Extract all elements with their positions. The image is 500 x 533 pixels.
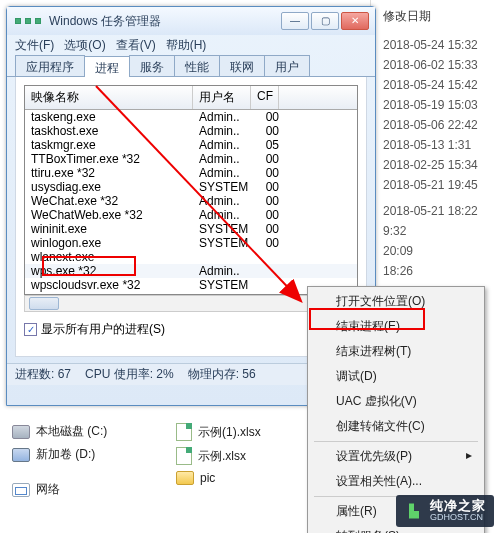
disk-icon [12,425,30,439]
watermark-url: GDHOST.CN [430,513,486,523]
tab-performance[interactable]: 性能 [174,55,220,76]
network-icon [12,483,30,497]
ctx-set-affinity[interactable]: 设置相关性(A)... [310,469,482,494]
table-row[interactable]: taskmgr.exeAdmin..05 [25,138,357,152]
ctx-set-priority[interactable]: 设置优先级(P)▸ [310,444,482,469]
ctx-open-file-location[interactable]: 打开文件位置(O) [310,289,482,314]
maximize-button[interactable]: ▢ [311,12,339,30]
app-icon [13,18,43,24]
table-row[interactable]: wps.exe *32Admin.. [25,264,357,278]
file-date[interactable]: 9:32 [379,221,492,241]
file-date[interactable]: 2018-05-06 22:42 [379,115,492,135]
watermark: 纯净之家 GDHOST.CN [396,495,494,527]
menu-options[interactable]: 选项(O) [64,37,105,54]
grid-rows: taskeng.exeAdmin..00taskhost.exeAdmin..0… [25,110,357,292]
status-memory: 物理内存: 56 [188,366,256,383]
folder-icon [176,471,194,485]
status-processes: 进程数: 67 [15,366,71,383]
col-image-name[interactable]: 映像名称 [25,86,193,109]
disk-icon [12,448,30,462]
xlsx-icon [176,423,192,441]
table-row[interactable]: WeChat.exe *32Admin..00 [25,194,357,208]
file-item[interactable]: 示例.xlsx [172,444,265,468]
tab-applications[interactable]: 应用程序 [15,55,85,76]
table-row[interactable]: wlanext.exe [25,250,357,264]
file-item[interactable]: 示例(1).xlsx [172,420,265,444]
folder-item[interactable]: pic [172,468,265,488]
table-row[interactable]: TTBoxTimer.exe *32Admin..00 [25,152,357,166]
table-row[interactable]: usysdiag.exeSYSTEM00 [25,180,357,194]
file-date[interactable]: 2018-05-24 15:32 [379,35,492,55]
col-user[interactable]: 用户名 [193,86,251,109]
watermark-title: 纯净之家 [430,499,486,513]
scroll-thumb[interactable] [29,297,59,310]
grid-header: 映像名称 用户名 CF [25,86,357,110]
menu-help[interactable]: 帮助(H) [166,37,207,54]
show-all-users-label[interactable]: 显示所有用户的进程(S) [41,321,165,338]
titlebar[interactable]: Windows 任务管理器 — ▢ ✕ [7,7,375,35]
ctx-end-process-tree[interactable]: 结束进程树(T) [310,339,482,364]
submenu-arrow-icon: ▸ [466,448,472,462]
status-cpu: CPU 使用率: 2% [85,366,174,383]
close-button[interactable]: ✕ [341,12,369,30]
file-date[interactable]: 18:26 [379,261,492,281]
minimize-button[interactable]: — [281,12,309,30]
file-date[interactable]: 2018-05-21 18:22 [379,201,492,221]
table-row[interactable]: taskeng.exeAdmin..00 [25,110,357,124]
menu-view[interactable]: 查看(V) [116,37,156,54]
tab-users[interactable]: 用户 [264,55,310,76]
tab-services[interactable]: 服务 [129,55,175,76]
file-date[interactable]: 2018-05-21 19:45 [379,175,492,195]
file-date[interactable]: 2018-05-24 15:42 [379,75,492,95]
table-row[interactable]: WeChatWeb.exe *32Admin..00 [25,208,357,222]
file-date[interactable]: 20:09 [379,241,492,261]
tab-networking[interactable]: 联网 [219,55,265,76]
process-grid: 映像名称 用户名 CF taskeng.exeAdmin..00taskhost… [24,85,358,295]
menubar: 文件(F) 选项(O) 查看(V) 帮助(H) [7,35,375,55]
file-date[interactable]: 2018-02-25 15:34 [379,155,492,175]
ctx-debug[interactable]: 调试(D) [310,364,482,389]
drive-d[interactable]: 新加卷 (D:) [8,443,148,466]
tab-processes[interactable]: 进程 [84,56,130,77]
file-date[interactable]: 2018-05-19 15:03 [379,95,492,115]
ctx-separator [314,441,478,442]
network-node[interactable]: 网络 [8,478,148,501]
watermark-logo-icon [404,501,424,521]
ctx-uac-virtualization[interactable]: UAC 虚拟化(V) [310,389,482,414]
file-date[interactable]: 2018-06-02 15:33 [379,55,492,75]
tabs: 应用程序 进程 服务 性能 联网 用户 [7,55,375,77]
menu-file[interactable]: 文件(F) [15,37,54,54]
table-row[interactable]: winlogon.exeSYSTEM00 [25,236,357,250]
ctx-create-dump[interactable]: 创建转储文件(C) [310,414,482,439]
table-row[interactable]: wininit.exeSYSTEM00 [25,222,357,236]
window-title: Windows 任务管理器 [49,13,279,30]
table-row[interactable]: ttiru.exe *32Admin..00 [25,166,357,180]
table-row[interactable]: taskhost.exeAdmin..00 [25,124,357,138]
ctx-end-process[interactable]: 结束进程(E) [310,314,482,339]
file-date[interactable]: 2018-05-13 1:31 [379,135,492,155]
col-cpu[interactable]: CF [251,86,279,109]
xlsx-icon [176,447,192,465]
column-header-modified[interactable]: 修改日期 [379,8,492,25]
show-all-users-checkbox[interactable]: ✓ [24,323,37,336]
drive-c[interactable]: 本地磁盘 (C:) [8,420,148,443]
